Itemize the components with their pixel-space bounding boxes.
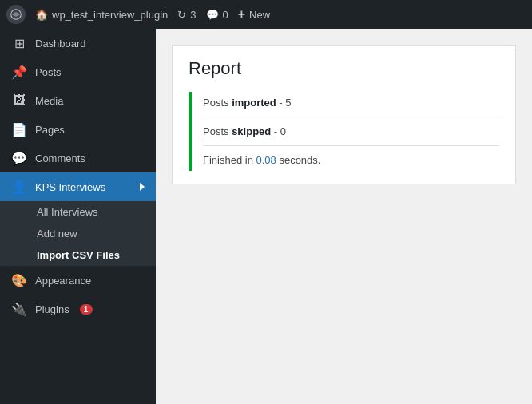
plugins-icon: 🔌 <box>11 301 27 317</box>
app-layout: ⊞ Dashboard 📌 Posts 🖼 Media 📄 Pages 💬 Co… <box>0 29 532 404</box>
comment-count: 0 <box>223 9 228 21</box>
sidebar-label-media: Media <box>35 95 63 107</box>
row-divider-1 <box>203 117 499 117</box>
media-icon: 🖼 <box>11 93 27 109</box>
report-title: Report <box>189 58 499 79</box>
sidebar-item-appearance[interactable]: 🎨 Appearance <box>0 266 156 295</box>
sidebar-item-dashboard[interactable]: ⊞ Dashboard <box>0 29 156 57</box>
comment-icon: 💬 <box>206 9 219 21</box>
sidebar-label-plugins: Plugins <box>35 303 69 315</box>
sidebar-label-pages: Pages <box>35 124 65 136</box>
interviews-icon: 👤 <box>11 179 27 195</box>
sidebar: ⊞ Dashboard 📌 Posts 🖼 Media 📄 Pages 💬 Co… <box>0 29 156 404</box>
dashboard-icon: ⊞ <box>11 35 27 51</box>
main-content: Report Posts imported - 5 Posts skipped … <box>156 29 532 404</box>
sidebar-item-pages[interactable]: 📄 Pages <box>0 115 156 144</box>
sidebar-label-appearance: Appearance <box>35 275 91 287</box>
wp-logo[interactable] <box>6 5 26 24</box>
plus-icon: + <box>238 7 245 22</box>
report-row-skipped: Posts skipped - 0 <box>203 121 499 142</box>
sidebar-label-kps-interviews: KPS Interviews <box>35 181 105 193</box>
time-value: 0.08 <box>256 154 276 166</box>
submenu-import-csv[interactable]: Import CSV Files <box>0 244 156 266</box>
sidebar-item-comments[interactable]: 💬 Comments <box>0 144 156 172</box>
report-row-finished: Finished in 0.08 seconds. <box>203 149 499 171</box>
interviews-submenu: All Interviews Add new Import CSV Files <box>0 201 156 266</box>
sidebar-label-posts: Posts <box>35 66 62 78</box>
new-item[interactable]: + New <box>238 7 270 22</box>
sidebar-item-kps-interviews[interactable]: 👤 KPS Interviews <box>0 172 156 201</box>
update-count: 3 <box>190 9 196 21</box>
wordpress-icon <box>6 5 26 24</box>
sidebar-label-comments: Comments <box>35 152 85 164</box>
report-rows: Posts imported - 5 Posts skipped - 0 Fin… <box>189 92 499 171</box>
new-label: New <box>249 9 270 21</box>
report-box: Report Posts imported - 5 Posts skipped … <box>172 45 516 184</box>
site-name: wp_test_interview_plugin <box>52 9 168 21</box>
comments-item[interactable]: 💬 0 <box>206 9 228 21</box>
sidebar-item-media[interactable]: 🖼 Media <box>0 86 156 115</box>
appearance-icon: 🎨 <box>11 272 27 288</box>
sidebar-item-plugins[interactable]: 🔌 Plugins 1 <box>0 295 156 323</box>
updates-item[interactable]: ↻ 3 <box>177 9 196 21</box>
pages-icon: 📄 <box>11 121 27 137</box>
posts-icon: 📌 <box>11 64 27 80</box>
refresh-icon: ↻ <box>177 9 186 21</box>
imported-keyword: imported <box>232 97 276 109</box>
home-icon: 🏠 <box>35 9 48 21</box>
site-name-item[interactable]: 🏠 wp_test_interview_plugin <box>35 9 168 21</box>
sidebar-label-dashboard: Dashboard <box>35 38 86 50</box>
submenu-add-new[interactable]: Add new <box>0 223 156 244</box>
skipped-keyword: skipped <box>232 125 271 137</box>
comments-icon: 💬 <box>11 150 27 166</box>
active-arrow <box>140 183 145 191</box>
row-divider-2 <box>203 145 499 146</box>
admin-bar: 🏠 wp_test_interview_plugin ↻ 3 💬 0 + New <box>0 0 532 29</box>
plugins-badge: 1 <box>80 304 93 315</box>
sidebar-item-posts[interactable]: 📌 Posts <box>0 57 156 86</box>
report-row-imported: Posts imported - 5 <box>203 92 499 113</box>
submenu-all-interviews[interactable]: All Interviews <box>0 201 156 223</box>
